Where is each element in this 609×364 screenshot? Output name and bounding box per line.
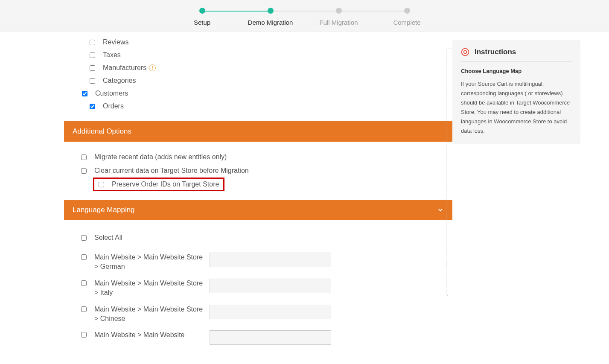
- language-checkbox[interactable]: [81, 254, 87, 260]
- entities-list: Reviews Taxes Manufacturers ! Categories…: [64, 36, 452, 113]
- entity-checkbox-customers[interactable]: [82, 91, 87, 96]
- step-setup[interactable]: Setup: [168, 8, 236, 26]
- section-title: Language Mapping: [73, 206, 135, 214]
- main-content: Reviews Taxes Manufacturers ! Categories…: [0, 32, 452, 348]
- select-all-label: Select All: [94, 234, 122, 242]
- instructions-header: Instructions: [461, 48, 572, 62]
- life-ring-icon: [461, 48, 469, 56]
- step-dot-icon: [268, 8, 274, 14]
- instructions-body: If your Source Cart is multilingual, cor…: [461, 79, 572, 136]
- entity-row-orders: Orders: [64, 100, 452, 113]
- language-row-german: Main Website > Main Website Store > Germ…: [64, 249, 452, 275]
- entity-label: Orders: [103, 102, 124, 110]
- entity-label: Taxes: [103, 51, 121, 59]
- chevron-down-icon: [437, 207, 444, 213]
- step-label: Setup: [194, 19, 210, 26]
- section-header-additional-options[interactable]: Additional Options: [64, 121, 452, 142]
- connector-line-icon: [446, 49, 452, 296]
- entity-checkbox-reviews[interactable]: [90, 40, 95, 45]
- entity-checkbox-orders[interactable]: [90, 104, 95, 109]
- option-row-clear-data: Clear current data on Target Store befor…: [81, 164, 452, 178]
- svg-point-7: [464, 51, 467, 54]
- step-line-icon: [339, 11, 407, 12]
- option-row-migrate-recent: Migrate recent data (adds new entities o…: [81, 150, 452, 164]
- step-line-icon: [271, 11, 339, 12]
- language-target-input[interactable]: [210, 279, 331, 293]
- option-checkbox-clear-data[interactable]: [81, 168, 87, 174]
- option-checkbox-preserve-order-ids[interactable]: [99, 182, 104, 187]
- step-dot-icon: [336, 8, 342, 14]
- language-row-italy: Main Website > Main Website Store > Ital…: [64, 275, 452, 301]
- entity-row-reviews: Reviews: [64, 36, 452, 49]
- language-mapping-select-all-row: Select All: [64, 229, 452, 249]
- language-source-label: Main Website > Main Website: [94, 330, 205, 340]
- section-header-language-mapping[interactable]: Language Mapping: [64, 200, 452, 220]
- step-label: Demo Migration: [248, 19, 293, 26]
- step-dot-icon: [404, 8, 410, 14]
- additional-options-list: Migrate recent data (adds new entities o…: [64, 150, 452, 191]
- language-target-input[interactable]: [210, 253, 331, 267]
- entity-row-manufacturers: Manufacturers !: [64, 61, 452, 74]
- language-checkbox[interactable]: [81, 332, 87, 338]
- entity-label: Reviews: [103, 38, 128, 46]
- language-source-label: Main Website > Main Website Store > Chin…: [94, 305, 205, 324]
- step-label: Complete: [393, 19, 420, 26]
- entity-label: Categories: [103, 77, 136, 84]
- entity-label: Customers: [95, 90, 128, 97]
- language-source-label: Main Website > Main Website Store > Ital…: [94, 279, 205, 298]
- option-label: Preserve Order IDs on Target Store: [112, 181, 219, 188]
- option-checkbox-migrate-recent[interactable]: [81, 154, 87, 160]
- step-dot-icon: [199, 8, 205, 14]
- option-label: Migrate recent data (adds new entities o…: [94, 153, 227, 161]
- instructions-title: Instructions: [475, 48, 516, 56]
- language-target-input[interactable]: [210, 305, 331, 319]
- entity-checkbox-categories[interactable]: [90, 78, 95, 84]
- option-row-preserve-order-ids: Preserve Order IDs on Target Store: [93, 178, 224, 191]
- migration-stepper: Setup Demo Migration Full Migration Comp…: [155, 8, 454, 26]
- entity-checkbox-taxes[interactable]: [90, 52, 95, 58]
- stepper-bar: Setup Demo Migration Full Migration Comp…: [0, 0, 609, 32]
- select-all-checkbox[interactable]: [81, 235, 87, 241]
- entity-row-customers: Customers: [64, 87, 452, 100]
- entity-row-taxes: Taxes: [64, 49, 452, 61]
- instructions-panel: Instructions Choose Language Map If your…: [452, 40, 580, 144]
- entity-checkbox-manufacturers[interactable]: [90, 65, 95, 71]
- language-target-input[interactable]: [210, 330, 331, 345]
- language-row-chinese: Main Website > Main Website Store > Chin…: [64, 301, 452, 327]
- language-row-partial: Main Website > Main Website: [64, 327, 452, 348]
- instructions-subtitle: Choose Language Map: [461, 68, 572, 74]
- entity-row-categories: Categories: [64, 74, 452, 87]
- step-label: Full Migration: [319, 19, 358, 26]
- step-line-icon: [202, 11, 271, 12]
- option-label: Clear current data on Target Store befor…: [94, 167, 249, 175]
- sidebar: Instructions Choose Language Map If your…: [452, 32, 597, 348]
- language-checkbox[interactable]: [81, 280, 87, 286]
- section-title: Additional Options: [73, 127, 131, 136]
- info-icon[interactable]: !: [149, 64, 156, 71]
- language-source-label: Main Website > Main Website Store > Germ…: [94, 253, 205, 272]
- language-checkbox[interactable]: [81, 306, 87, 312]
- entity-label: Manufacturers: [103, 64, 146, 72]
